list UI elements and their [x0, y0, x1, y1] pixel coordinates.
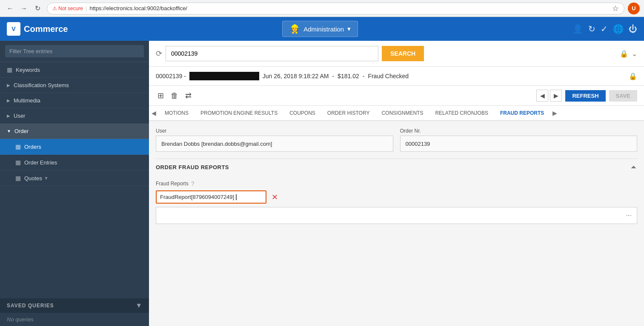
export-icon[interactable]: ⇄ — [183, 89, 193, 102]
browser-bar: ← → ↻ ⚠ Not secure | https://electronics… — [0, 0, 644, 17]
keywords-icon: ▦ — [7, 66, 12, 73]
sidebar-nav: ▦ Keywords ▶ Classification Systems ▶ Mu… — [0, 62, 149, 298]
table-view-icon[interactable]: ⊞ — [156, 89, 166, 102]
search-nav-icon[interactable]: ⟳ — [156, 49, 162, 58]
sidebar-item-keywords[interactable]: ▦ Keywords — [0, 62, 149, 78]
content-area: ⟳ SEARCH 🔒 ⌄ 00002139 - Jun 26, 2018 9:1… — [149, 41, 644, 326]
prev-arrow-button[interactable]: ◀ — [536, 90, 548, 102]
order-id: 00002139 - — [156, 73, 186, 79]
no-queries-text: No queries — [0, 313, 149, 326]
fraud-reports-label: Fraud Reports — [156, 181, 189, 187]
forward-button[interactable]: → — [18, 3, 30, 14]
order-nr-input[interactable] — [400, 136, 638, 152]
fraud-list-input[interactable] — [156, 207, 621, 224]
tab-motions[interactable]: MOTIONS — [159, 106, 195, 121]
fraud-list-outer: ··· — [156, 207, 637, 224]
sidebar-item-order[interactable]: ▼ Order — [0, 124, 149, 139]
browser-profile-avatar[interactable]: U — [628, 3, 640, 14]
order-entries-icon: ▦ — [15, 159, 21, 166]
tab-consignments[interactable]: CONSIGNMENTS — [375, 106, 429, 121]
url-bar[interactable]: ⚠ Not secure | https://electronics.local… — [47, 3, 624, 14]
back-button[interactable]: ← — [4, 3, 16, 14]
order-toolbar: ⊞ 🗑 ⇄ ◀ ▶ REFRESH SAVE — [149, 86, 644, 106]
header-actions: 👤 ↻ ✓ 🌐 ⏻ — [572, 24, 637, 34]
app-header: V Commerce 👷 Administration ▾ 👤 ↻ ✓ 🌐 ⏻ — [0, 17, 644, 41]
expand-icon[interactable]: ⌄ — [632, 50, 637, 58]
order-status: Fraud Checked — [368, 73, 409, 79]
admin-icon: 👷 — [289, 24, 300, 34]
sidebar-item-order-entries[interactable]: ▦ Order Entries — [0, 155, 149, 170]
user-order-row: User Order Nr. — [156, 128, 637, 152]
sidebar-filter-area — [0, 41, 149, 62]
sync-icon[interactable]: ↻ — [588, 24, 595, 34]
order-title: 00002139 - Jun 26, 2018 9:18:22 AM - $18… — [156, 72, 409, 80]
tab-order-history[interactable]: ORDER HISTORY — [321, 106, 376, 121]
fraud-tag-column: FraudReport[8796094007249] ✕ ··· — [156, 190, 637, 224]
order-header-bar: 00002139 - Jun 26, 2018 9:18:22 AM - $18… — [149, 67, 644, 86]
tabs-scroll-left-icon[interactable]: ◀ — [149, 110, 159, 116]
sidebar-item-quotes[interactable]: ▦ Quotes ▼ — [0, 170, 149, 186]
fraud-list-actions: ··· — [621, 210, 637, 221]
app-logo: V Commerce — [7, 22, 68, 36]
chevron-down-icon: ▾ — [347, 25, 351, 33]
fraud-remove-icon[interactable]: ✕ — [272, 193, 278, 202]
expand-arrow-icon: ▶ — [7, 98, 10, 103]
check-icon[interactable]: ✓ — [601, 24, 608, 34]
tab-related-cronjobs[interactable]: RELATED CRONJOBS — [429, 106, 494, 121]
header-center: 👷 Administration ▾ — [68, 21, 572, 37]
order-separator2: - — [363, 73, 365, 79]
fraud-tag-line: FraudReport[8796094007249] ✕ — [156, 190, 637, 204]
save-button[interactable]: SAVE — [609, 90, 637, 102]
tabs-bar: ◀ MOTIONS PROMOTION ENGINE RESULTS COUPO… — [149, 106, 644, 121]
order-amount: $181.02 — [338, 73, 359, 79]
nav-arrows: ◀ ▶ — [536, 90, 562, 102]
more-below-icon: ▼ — [44, 176, 49, 181]
search-right-actions: 🔒 ⌄ — [620, 50, 637, 58]
form-area: User Order Nr. ORDER FRAUD REPORTS ⏶ Fra… — [149, 121, 644, 231]
fraud-tag-row: FraudReport[8796094007249] ✕ ··· — [156, 190, 637, 224]
search-button[interactable]: SEARCH — [382, 46, 424, 61]
sidebar: ▦ Keywords ▶ Classification Systems ▶ Mu… — [0, 41, 149, 326]
quotes-icon: ▦ — [15, 175, 21, 181]
filter-tree-input[interactable] — [5, 45, 144, 57]
security-warning: ⚠ Not secure — [52, 6, 83, 11]
globe-icon[interactable]: 🌐 — [613, 24, 624, 34]
bookmark-icon[interactable]: ☆ — [612, 4, 619, 13]
fraud-list-row: ··· — [156, 207, 637, 224]
search-input[interactable] — [166, 46, 378, 61]
url-text: https://electronics.local:9002/backoffic… — [89, 5, 187, 11]
sidebar-item-multimedia[interactable]: ▶ Multimedia — [0, 93, 149, 108]
reload-button[interactable]: ↻ — [31, 3, 43, 14]
section-collapse-icon[interactable]: ⏶ — [630, 163, 637, 171]
user-label: User — [156, 128, 393, 134]
fraud-list-ellipsis-button[interactable]: ··· — [624, 210, 633, 221]
tabs-scroll-right-icon[interactable]: ▶ — [550, 110, 560, 116]
sidebar-item-orders[interactable]: ▦ Orders — [0, 139, 149, 155]
tab-fraud-reports[interactable]: FRAUD REPORTS — [494, 106, 550, 121]
order-nr-form-group: Order Nr. — [400, 128, 638, 152]
refresh-button[interactable]: REFRESH — [565, 90, 605, 102]
expand-arrow-icon: ▶ — [7, 83, 10, 88]
expand-arrow-icon: ▼ — [7, 129, 11, 133]
next-arrow-button[interactable]: ▶ — [550, 90, 562, 102]
order-separator: - — [332, 73, 334, 79]
section-header: ORDER FRAUD REPORTS ⏶ — [156, 159, 637, 175]
tab-promotion-engine-results[interactable]: PROMOTION ENGINE RESULTS — [195, 106, 283, 121]
main-layout: ▦ Keywords ▶ Classification Systems ▶ Mu… — [0, 41, 644, 326]
lock-icon: 🔒 — [620, 50, 628, 58]
administration-button[interactable]: 👷 Administration ▾ — [282, 21, 358, 37]
user-icon[interactable]: 👤 — [572, 24, 583, 34]
order-lock-icon: 🔒 — [629, 72, 637, 80]
delete-icon[interactable]: 🗑 — [169, 90, 180, 102]
power-icon[interactable]: ⏻ — [629, 24, 637, 34]
fraud-reports-label-row: Fraud Reports ? — [156, 180, 637, 187]
sidebar-item-classification-systems[interactable]: ▶ Classification Systems — [0, 78, 149, 93]
saved-queries-filter-icon[interactable]: ▼ — [135, 302, 142, 309]
cursor-blink — [236, 194, 237, 200]
sidebar-item-user[interactable]: ▶ User — [0, 108, 149, 124]
user-input[interactable] — [156, 136, 393, 152]
fraud-tag-container[interactable]: FraudReport[8796094007249] — [156, 190, 266, 204]
tab-coupons[interactable]: COUPONS — [283, 106, 321, 121]
help-icon[interactable]: ? — [191, 180, 195, 187]
order-date: Jun 26, 2018 9:18:22 AM — [263, 73, 329, 79]
